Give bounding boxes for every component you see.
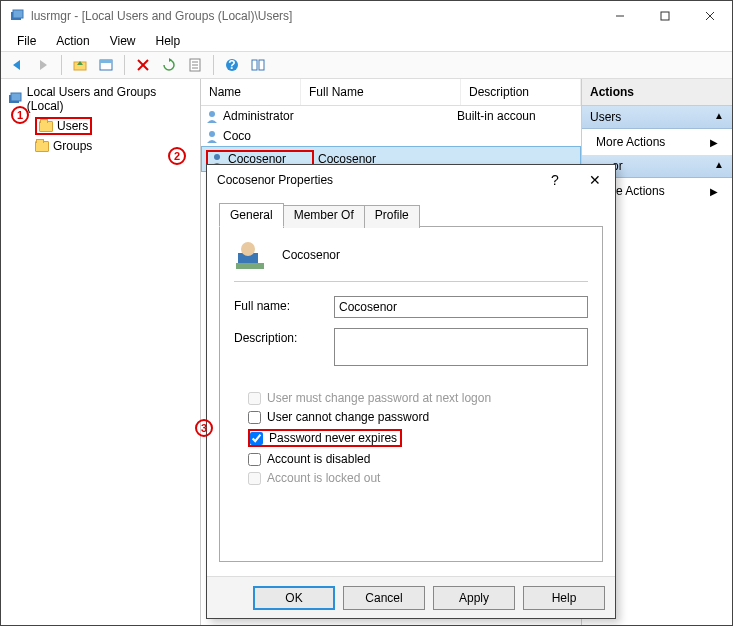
checkbox: [248, 392, 261, 405]
svg-text:?: ?: [228, 58, 235, 72]
tab-general-pane: Cocosenor Full name: Description: User m…: [219, 227, 603, 562]
svg-point-23: [214, 154, 220, 160]
cell-name: Administrator: [223, 109, 294, 123]
list-icon: [187, 57, 203, 73]
submenu-icon: ▶: [710, 137, 718, 148]
refresh-icon: [161, 57, 177, 73]
check-locked: Account is locked out: [248, 471, 588, 485]
actions-more-label: re Actions: [612, 184, 665, 198]
delete-button[interactable]: [131, 53, 155, 77]
folder-icon: [39, 121, 53, 132]
window-title: lusrmgr - [Local Users and Groups (Local…: [31, 9, 597, 23]
help-icon: ?: [224, 57, 240, 73]
description-input[interactable]: [334, 328, 588, 366]
dialog-help-button[interactable]: ?: [535, 172, 575, 188]
fullname-input[interactable]: [334, 296, 588, 318]
check-cannot-change[interactable]: User cannot change password: [248, 410, 588, 424]
actions-more-label: More Actions: [596, 135, 665, 149]
tree-users[interactable]: Users: [33, 115, 196, 137]
menu-view[interactable]: View: [102, 32, 144, 50]
cancel-button[interactable]: Cancel: [343, 586, 425, 610]
actions-section-label: Users: [590, 110, 621, 124]
menubar: File Action View Help: [1, 31, 732, 51]
cell-description: Built-in accoun: [457, 109, 577, 123]
separator: [234, 281, 588, 282]
cell-name: Coco: [223, 129, 251, 143]
svg-rect-8: [100, 60, 112, 63]
folder-icon: [72, 57, 88, 73]
check-never-expires[interactable]: Password never expires: [248, 429, 588, 447]
help-button[interactable]: ?: [220, 53, 244, 77]
list-row[interactable]: Coco: [201, 126, 581, 146]
check-disabled[interactable]: Account is disabled: [248, 452, 588, 466]
minimize-button[interactable]: [597, 1, 642, 31]
menu-help[interactable]: Help: [148, 32, 189, 50]
user-icon: [205, 129, 219, 143]
ok-button[interactable]: OK: [253, 586, 335, 610]
show-hide-button[interactable]: [246, 53, 270, 77]
properties-dialog: Cocosenor Properties ? ✕ General Member …: [206, 164, 616, 619]
list-row[interactable]: Administrator Built-in accoun: [201, 106, 581, 126]
properties-button[interactable]: [94, 53, 118, 77]
actions-header: Actions: [582, 79, 732, 106]
checkbox[interactable]: [248, 411, 261, 424]
x-icon: [135, 57, 151, 73]
arrow-left-icon: [9, 57, 25, 73]
tree-root[interactable]: Local Users and Groups (Local): [5, 83, 196, 115]
svg-point-21: [209, 111, 215, 117]
folder-up-button[interactable]: [68, 53, 92, 77]
user-icon: [205, 109, 219, 123]
svg-rect-20: [11, 93, 21, 101]
panes-icon: [250, 57, 266, 73]
actions-more-1[interactable]: More Actions ▶: [582, 129, 732, 155]
close-button[interactable]: [687, 1, 732, 31]
user-large-icon: [234, 239, 266, 271]
toolbar: ?: [1, 51, 732, 79]
svg-rect-18: [259, 60, 264, 70]
dialog-close-button[interactable]: ✕: [575, 172, 615, 188]
svg-point-25: [241, 242, 255, 256]
col-name[interactable]: Name: [201, 79, 301, 105]
computer-icon: [7, 91, 23, 107]
maximize-button[interactable]: [642, 1, 687, 31]
tab-memberof[interactable]: Member Of: [283, 205, 365, 228]
check-label: User must change password at next logon: [267, 391, 491, 405]
check-label: User cannot change password: [267, 410, 429, 424]
arrow-right-icon: [35, 57, 51, 73]
dialog-title: Cocosenor Properties: [217, 173, 535, 187]
tree-groups-label: Groups: [53, 139, 92, 153]
annotation-2: 2: [168, 147, 186, 165]
dialog-buttons: OK Cancel Apply Help: [207, 576, 615, 618]
svg-rect-3: [661, 12, 669, 20]
main-titlebar: lusrmgr - [Local Users and Groups (Local…: [1, 1, 732, 31]
tree-root-label: Local Users and Groups (Local): [27, 85, 194, 113]
checkbox[interactable]: [248, 453, 261, 466]
tab-profile[interactable]: Profile: [364, 205, 420, 228]
annotation-3: 3: [195, 419, 213, 437]
col-fullname[interactable]: Full Name: [301, 79, 461, 105]
list-header: Name Full Name Description: [201, 79, 581, 106]
refresh-button[interactable]: [157, 53, 181, 77]
forward-button[interactable]: [31, 53, 55, 77]
svg-point-22: [209, 131, 215, 137]
back-button[interactable]: [5, 53, 29, 77]
dialog-tabs: General Member Of Profile: [219, 203, 603, 227]
actions-section-users[interactable]: Users ▲: [582, 106, 732, 129]
help-button[interactable]: Help: [523, 586, 605, 610]
check-label: Password never expires: [269, 431, 397, 445]
svg-rect-17: [252, 60, 257, 70]
apply-button[interactable]: Apply: [433, 586, 515, 610]
svg-rect-1: [13, 10, 23, 18]
menu-file[interactable]: File: [9, 32, 44, 50]
tab-general[interactable]: General: [219, 203, 284, 227]
dialog-titlebar: Cocosenor Properties ? ✕: [207, 165, 615, 195]
check-must-change: User must change password at next logon: [248, 391, 588, 405]
menu-action[interactable]: Action: [48, 32, 97, 50]
col-description[interactable]: Description: [461, 79, 581, 105]
collapse-icon: ▲: [714, 159, 724, 173]
export-button[interactable]: [183, 53, 207, 77]
submenu-icon: ▶: [710, 186, 718, 197]
checkbox[interactable]: [250, 432, 263, 445]
collapse-icon: ▲: [714, 110, 724, 124]
check-label: Account is disabled: [267, 452, 370, 466]
